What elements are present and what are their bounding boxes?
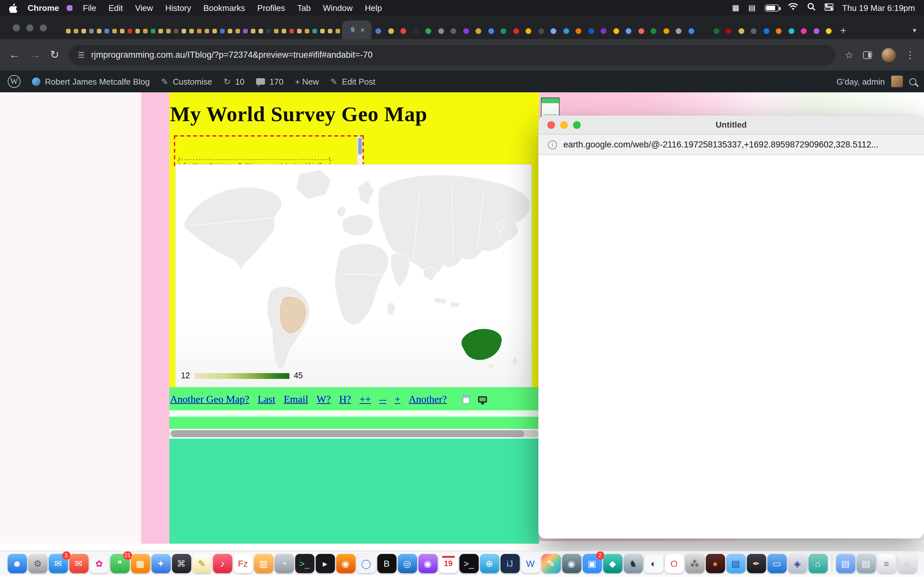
reload-icon[interactable]: ↻ (50, 49, 59, 60)
menu-item-history[interactable]: History (165, 3, 191, 13)
menu-item-profiles[interactable]: Profiles (257, 3, 285, 13)
dock-icon-messages[interactable]: ❝21 (110, 554, 129, 573)
browser-tab[interactable] (410, 23, 422, 39)
browser-tab[interactable] (422, 23, 435, 39)
dock-icon-photos[interactable]: ✿ (89, 554, 109, 573)
browser-tab[interactable] (187, 23, 195, 39)
dock-icon-clock-app[interactable]: ◔ (274, 554, 294, 573)
earth-window-titlebar[interactable]: Untitled (538, 115, 924, 135)
dock-icon-mail[interactable]: ✉3 (48, 554, 68, 573)
browser-tab[interactable] (748, 23, 760, 39)
dock-icon-dark-red-app[interactable]: ● (706, 554, 725, 573)
browser-tab[interactable] (303, 23, 310, 39)
textarea-scroll-thumb[interactable] (358, 138, 362, 155)
h-scroll-thumb[interactable] (171, 430, 524, 437)
tab-close-icon[interactable]: × (360, 26, 365, 34)
browser-tab[interactable] (672, 23, 685, 39)
textarea-scrollbar[interactable] (357, 137, 363, 165)
dock-icon-ij-app[interactable]: iJ (500, 554, 519, 573)
browser-tab[interactable] (535, 23, 548, 39)
earth-window-controls[interactable] (548, 121, 581, 129)
page-link[interactable]: W? (317, 394, 331, 405)
page-link[interactable]: ++ (359, 394, 371, 405)
survey-textarea[interactable]: /---------------------------------------… (174, 135, 364, 166)
dock-icon-terminal[interactable]: >_ (295, 554, 314, 573)
browser-tab[interactable] (203, 23, 210, 39)
browser-tab[interactable] (660, 23, 672, 39)
browser-tab[interactable] (397, 23, 410, 39)
browser-tab[interactable] (249, 23, 257, 39)
dock-icon-silver-app[interactable]: ◈ (788, 554, 807, 573)
browser-tab[interactable] (598, 23, 610, 39)
site-settings-icon[interactable]: ☰ (78, 50, 85, 59)
dock-icon-camera-app[interactable]: ◉ (562, 554, 581, 573)
browser-tab[interactable] (698, 23, 710, 39)
browser-tab[interactable] (318, 23, 326, 39)
browser-tab[interactable] (435, 23, 447, 39)
wp-update-count[interactable]: 10 (235, 77, 244, 86)
page-link[interactable]: Email (284, 394, 308, 405)
dock-icon-mail-alt[interactable]: ✉ (69, 554, 88, 573)
browser-tab[interactable] (447, 23, 460, 39)
wordpress-logo-icon[interactable]: W (8, 75, 21, 88)
dock-icon-word[interactable]: W (521, 554, 540, 573)
dock-icon-utility[interactable]: ⌘ (172, 554, 191, 573)
dock-icon-paw-app[interactable]: ⁂ (685, 554, 704, 573)
wp-edit-label[interactable]: Edit Post (342, 77, 375, 86)
browser-tab[interactable] (210, 23, 218, 39)
browser-tab[interactable] (157, 23, 164, 39)
page-link[interactable]: + (395, 394, 401, 405)
browser-tab[interactable] (522, 23, 535, 39)
browser-tab[interactable] (560, 23, 572, 39)
dock-icon-display-app[interactable]: ▭ (767, 554, 787, 573)
dock-icon-settings[interactable]: ⚙ (28, 554, 47, 573)
wp-comments[interactable]: 170 (256, 77, 283, 86)
browser-tab[interactable] (497, 23, 510, 39)
menu-clock[interactable]: Thu 19 Mar 6:19pm (842, 3, 915, 13)
dock-icon-stack[interactable]: ≡ (877, 554, 896, 573)
dock-icon-paint[interactable]: ✎ (541, 554, 561, 573)
wp-comment-count[interactable]: 170 (270, 77, 283, 86)
browser-tab[interactable] (326, 23, 334, 39)
browser-tab[interactable] (822, 23, 835, 39)
earth-window[interactable]: Untitled i earth.google.com/web/@-2116.1… (538, 115, 924, 538)
dock-icon-music[interactable]: ♪ (213, 554, 232, 573)
browser-tab[interactable] (280, 23, 288, 39)
dock-icon-globe-app[interactable]: ⊕ (480, 554, 499, 573)
browser-tab[interactable] (272, 23, 280, 39)
browser-tab[interactable] (141, 23, 149, 39)
browser-tab[interactable] (288, 23, 295, 39)
wp-greeting[interactable]: G'day, admin (837, 77, 885, 86)
browser-tab[interactable] (64, 23, 72, 39)
menu-item-window[interactable]: Window (323, 3, 353, 13)
menu-item-view[interactable]: View (135, 3, 153, 13)
active-tab[interactable]: S × (342, 21, 372, 39)
browser-tab[interactable] (118, 23, 126, 39)
wp-site-name[interactable]: Robert James Metcalfe Blog (45, 77, 150, 86)
page-link[interactable]: -- (379, 394, 386, 405)
new-tab-button[interactable]: + (840, 25, 846, 37)
menu-item-bookmarks[interactable]: Bookmarks (204, 3, 245, 13)
close-window-icon[interactable] (548, 121, 555, 129)
wp-search-icon[interactable] (909, 78, 916, 85)
dock-icon-downloads-folder[interactable]: ▤ (836, 554, 855, 573)
browser-tab[interactable] (126, 23, 134, 39)
menu-item-file[interactable]: File (83, 3, 96, 13)
dock-icon-opera[interactable]: O (664, 554, 684, 573)
dock-icon-safari[interactable]: ✦ (151, 554, 170, 573)
browser-tab[interactable] (685, 23, 698, 39)
browser-tab[interactable] (241, 23, 249, 39)
earth-url-text[interactable]: earth.google.com/web/@-2116.197258135337… (564, 140, 879, 149)
browser-menu-icon[interactable]: ⋮ (905, 49, 915, 61)
browser-tab[interactable] (472, 23, 485, 39)
wp-customise-label[interactable]: Customise (173, 77, 212, 86)
browser-tab[interactable] (134, 23, 141, 39)
browser-tab[interactable] (460, 23, 472, 39)
wp-edit-post[interactable]: ✎ Edit Post (330, 77, 375, 86)
browser-tab[interactable] (264, 23, 272, 39)
minimize-window-icon[interactable] (560, 121, 568, 129)
browser-tab[interactable] (180, 23, 187, 39)
dock-icon-blue-grid-app[interactable]: ▤ (726, 554, 745, 573)
browser-tab[interactable] (295, 23, 303, 39)
browser-tab[interactable] (334, 23, 341, 39)
